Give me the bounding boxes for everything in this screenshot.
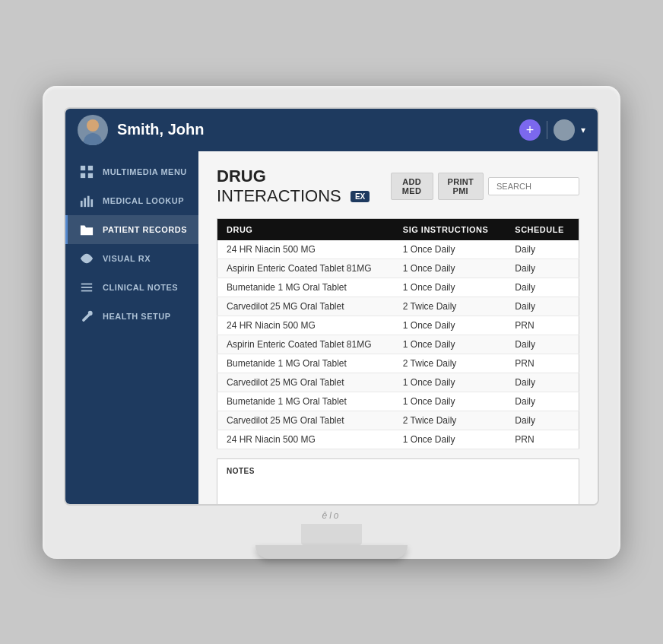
notes-label: NOTES bbox=[227, 467, 569, 475]
eye-icon bbox=[78, 252, 95, 265]
cell-sig: 1 Once Daily bbox=[394, 240, 506, 259]
print-pmi-button[interactable]: PRINT PMI bbox=[438, 173, 484, 200]
add-button[interactable]: + bbox=[519, 119, 541, 141]
sidebar-item-patient-records[interactable]: PATIENT RECORDS bbox=[65, 215, 198, 244]
monitor-stand-base bbox=[255, 545, 408, 559]
cell-sig: 2 Twice Daily bbox=[394, 354, 506, 373]
svg-rect-6 bbox=[87, 195, 90, 206]
cell-drug: Carvedilot 25 MG Oral Tablet bbox=[217, 411, 394, 430]
cell-sig: 1 Once Daily bbox=[394, 316, 506, 335]
table-row[interactable]: 24 HR Niacin 500 MG 1 Once Daily Daily bbox=[217, 240, 579, 259]
cell-sig: 1 Once Daily bbox=[394, 259, 506, 278]
section-header: DRUG INTERACTIONS EX ADD MED PRINT PMI bbox=[217, 167, 579, 206]
table-row[interactable]: Carvedilot 25 MG Oral Tablet 2 Twice Dai… bbox=[217, 297, 579, 316]
title-rest: INTERACTIONS bbox=[217, 186, 341, 205]
cell-schedule: Daily bbox=[506, 335, 579, 354]
sidebar-label-clinical-notes: CLINICAL NOTES bbox=[103, 283, 178, 292]
avatar bbox=[78, 115, 108, 145]
chart-icon bbox=[78, 194, 95, 208]
monitor-shell: Smith, John + ▾ MULTIMEDIA MENU bbox=[43, 86, 620, 559]
cell-schedule: Daily bbox=[506, 411, 579, 430]
col-schedule: SCHEDULE bbox=[506, 218, 579, 240]
cell-schedule: Daily bbox=[506, 297, 579, 316]
app-container: Smith, John + ▾ MULTIMEDIA MENU bbox=[65, 109, 598, 504]
table-row[interactable]: Bumetanide 1 MG Oral Tablet 1 Once Daily… bbox=[217, 278, 579, 297]
col-drug: DRUG bbox=[217, 218, 394, 240]
cell-sig: 1 Once Daily bbox=[394, 392, 506, 411]
cell-schedule: PRN bbox=[506, 354, 579, 373]
drug-table: DRUG SIG INSTRUCTIONS SCHEDULE 24 HR Nia… bbox=[217, 218, 579, 449]
cell-drug: Bumetanide 1 MG Oral Tablet bbox=[217, 278, 394, 297]
sidebar-item-health-setup[interactable]: HEALTH SETUP bbox=[65, 302, 198, 331]
title-bold: DRUG bbox=[217, 167, 266, 186]
section-title: DRUG INTERACTIONS EX bbox=[217, 167, 391, 206]
monitor-stand-neck bbox=[301, 524, 362, 545]
sidebar-label-multimedia-menu: MULTIMEDIA MENU bbox=[103, 167, 187, 176]
svg-rect-4 bbox=[81, 201, 83, 207]
cell-drug: 24 HR Niacin 500 MG bbox=[217, 430, 394, 449]
cell-sig: 1 Once Daily bbox=[394, 335, 506, 354]
notes-section: NOTES bbox=[217, 458, 579, 504]
cell-drug: Carvedilot 25 MG Oral Tablet bbox=[217, 373, 394, 392]
badge-ex: EX bbox=[351, 191, 370, 202]
cell-drug: 24 HR Niacin 500 MG bbox=[217, 240, 394, 259]
cell-sig: 1 Once Daily bbox=[394, 278, 506, 297]
avatar-body bbox=[84, 133, 102, 145]
cell-drug: Aspirin Enteric Coated Tablet 81MG bbox=[217, 259, 394, 278]
sidebar-label-visual-rx: VISUAL RX bbox=[103, 254, 151, 263]
svg-point-8 bbox=[84, 256, 88, 260]
table-row[interactable]: 24 HR Niacin 500 MG 1 Once Daily PRN bbox=[217, 316, 579, 335]
table-row[interactable]: Carvedilot 25 MG Oral Tablet 1 Once Dail… bbox=[217, 373, 579, 392]
app-main: MULTIMEDIA MENU MEDICAL LOOKUP PATIENT R… bbox=[65, 151, 598, 504]
sidebar-item-visual-rx[interactable]: VISUAL RX bbox=[65, 244, 198, 273]
monitor-brand: ēlo bbox=[64, 506, 599, 524]
table-row[interactable]: Bumetanide 1 MG Oral Tablet 2 Twice Dail… bbox=[217, 354, 579, 373]
search-input[interactable] bbox=[488, 177, 579, 195]
avatar-person bbox=[83, 116, 103, 145]
avatar-head bbox=[87, 119, 99, 132]
svg-rect-0 bbox=[81, 165, 85, 170]
table-row[interactable]: Bumetanide 1 MG Oral Tablet 1 Once Daily… bbox=[217, 392, 579, 411]
svg-rect-5 bbox=[84, 198, 86, 207]
sidebar-label-health-setup: HEALTH SETUP bbox=[103, 312, 171, 321]
user-circle-button[interactable] bbox=[554, 119, 575, 141]
svg-rect-3 bbox=[88, 173, 93, 177]
wrench-icon bbox=[78, 309, 95, 323]
cell-drug: Aspirin Enteric Coated Tablet 81MG bbox=[217, 335, 394, 354]
cell-sig: 2 Twice Daily bbox=[394, 297, 506, 316]
table-row[interactable]: Aspirin Enteric Coated Tablet 81MG 1 Onc… bbox=[217, 335, 579, 354]
cell-schedule: Daily bbox=[506, 240, 579, 259]
sidebar-item-medical-lookup[interactable]: MEDICAL LOOKUP bbox=[65, 186, 198, 215]
cell-drug: 24 HR Niacin 500 MG bbox=[217, 316, 394, 335]
svg-rect-10 bbox=[81, 287, 92, 288]
svg-rect-1 bbox=[88, 165, 93, 170]
cell-sig: 1 Once Daily bbox=[394, 373, 506, 392]
app-header: Smith, John + ▾ bbox=[65, 109, 598, 151]
cell-schedule: Daily bbox=[506, 259, 579, 278]
screen-bezel: Smith, John + ▾ MULTIMEDIA MENU bbox=[64, 107, 599, 506]
cell-sig: 2 Twice Daily bbox=[394, 411, 506, 430]
table-row[interactable]: Carvedilot 25 MG Oral Tablet 2 Twice Dai… bbox=[217, 411, 579, 430]
divider bbox=[547, 121, 547, 139]
sidebar-item-multimedia-menu[interactable]: MULTIMEDIA MENU bbox=[65, 157, 198, 186]
dropdown-button[interactable]: ▾ bbox=[581, 125, 585, 135]
grid-icon bbox=[78, 165, 95, 179]
cell-schedule: Daily bbox=[506, 392, 579, 411]
table-row[interactable]: Aspirin Enteric Coated Tablet 81MG 1 Onc… bbox=[217, 259, 579, 278]
table-header-row: DRUG SIG INSTRUCTIONS SCHEDULE bbox=[217, 218, 579, 240]
table-row[interactable]: 24 HR Niacin 500 MG 1 Once Daily PRN bbox=[217, 430, 579, 449]
add-med-button[interactable]: ADD MED bbox=[391, 173, 433, 200]
sidebar: MULTIMEDIA MENU MEDICAL LOOKUP PATIENT R… bbox=[65, 151, 198, 504]
cell-drug: Bumetanide 1 MG Oral Tablet bbox=[217, 354, 394, 373]
patient-name: Smith, John bbox=[117, 121, 519, 138]
cell-schedule: Daily bbox=[506, 278, 579, 297]
list-icon bbox=[78, 281, 95, 294]
action-buttons: ADD MED PRINT PMI bbox=[391, 173, 579, 200]
svg-rect-7 bbox=[90, 199, 93, 207]
cell-schedule: PRN bbox=[506, 316, 579, 335]
header-actions: + ▾ bbox=[519, 119, 585, 141]
sidebar-label-patient-records: PATIENT RECORDS bbox=[103, 225, 187, 234]
svg-rect-9 bbox=[81, 283, 92, 284]
sidebar-item-clinical-notes[interactable]: CLINICAL NOTES bbox=[65, 273, 198, 302]
cell-drug: Bumetanide 1 MG Oral Tablet bbox=[217, 392, 394, 411]
